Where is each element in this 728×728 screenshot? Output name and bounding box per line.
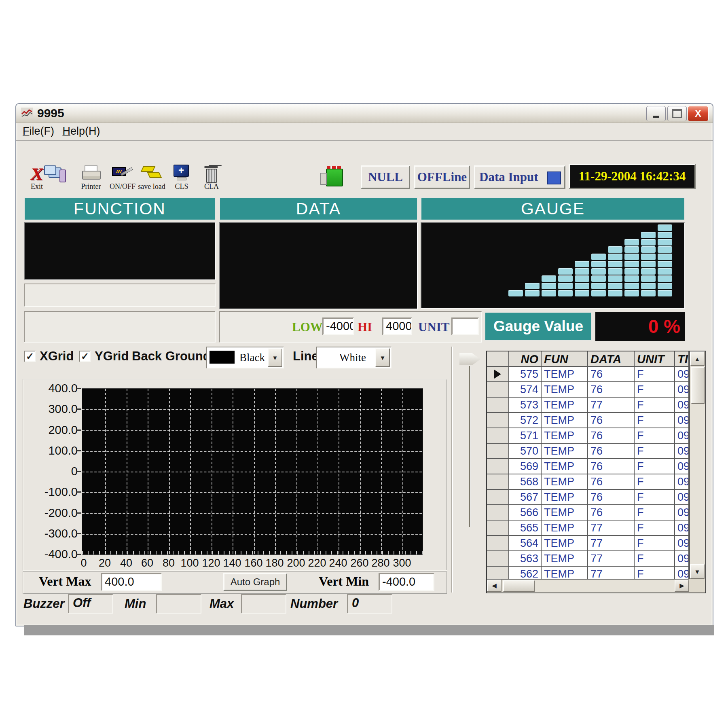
printer-icon [78, 165, 104, 183]
menu-help[interactable]: Help(H) [62, 125, 100, 138]
row-selector[interactable] [487, 398, 509, 413]
table-row[interactable]: 569TEMP76F09 [487, 459, 689, 474]
row-selector[interactable] [487, 444, 509, 459]
xgrid-checkbox[interactable]: ✓ [24, 351, 36, 362]
row-selector[interactable] [487, 567, 509, 579]
grid-line-horizontal [82, 534, 422, 535]
row-selector[interactable] [487, 382, 509, 398]
gauge-bar-segment [608, 254, 622, 260]
table-cell: F [635, 474, 675, 490]
table-cell: 09 [675, 490, 689, 505]
menu-file[interactable]: File(F) [23, 125, 54, 138]
table-cell: F [635, 551, 675, 567]
minimize-button[interactable] [646, 106, 666, 121]
y-axis-tick [76, 450, 81, 451]
title-bar[interactable]: 9995 X [16, 104, 713, 123]
scroll-left-button[interactable]: ◀ [487, 580, 502, 592]
gauge-bar-segment [591, 268, 606, 275]
table-cell: 76 [588, 505, 635, 521]
gauge-bar-segment [624, 246, 639, 253]
table-cell: 77 [588, 551, 635, 567]
scroll-down-button[interactable]: ▼ [690, 564, 705, 579]
table-row[interactable]: 567TEMP76F09 [487, 490, 689, 505]
table-row[interactable]: 565TEMP77F09 [487, 521, 689, 536]
table-row[interactable]: 563TEMP77F09 [487, 551, 689, 567]
horizontal-scrollbar[interactable]: ◀ ▶ [487, 579, 689, 593]
auto-graph-button[interactable]: Auto Graph [223, 573, 287, 591]
table-cell: TEMP [542, 536, 588, 551]
horizontal-scroll-thumb[interactable] [503, 580, 535, 592]
data-input-button[interactable]: Data Input [474, 165, 565, 189]
background-dropdown[interactable]: Black ▼ [206, 347, 284, 368]
row-selector[interactable] [487, 551, 509, 567]
table-row[interactable]: 570TEMP76F09 [487, 444, 689, 459]
scroll-up-button[interactable]: ▲ [690, 351, 705, 366]
table-cell: F [635, 567, 675, 579]
vert-min-field[interactable]: -400.0 [379, 573, 434, 591]
row-selector[interactable] [487, 505, 509, 521]
vert-max-field[interactable]: 400.0 [101, 573, 162, 591]
gauge-bar-segment [608, 290, 622, 296]
table-row[interactable]: 573TEMP77F09 [487, 398, 689, 413]
slider-track[interactable] [469, 366, 470, 527]
function-status-strip [24, 284, 216, 307]
vertical-scrollbar[interactable]: ▲ ▼ [689, 351, 705, 579]
row-selector[interactable] [487, 459, 509, 474]
table-row[interactable]: 566TEMP76F09 [487, 505, 689, 521]
table-cell: 76 [588, 428, 635, 444]
y-axis-tick-label: -100.0 [32, 485, 78, 499]
grid-line-vertical [402, 389, 403, 554]
gauge-bar-segment [658, 239, 672, 245]
chevron-down-icon[interactable]: ▼ [268, 348, 282, 367]
gauge-display [421, 222, 685, 309]
table-cell: TEMP [542, 567, 588, 579]
row-selector[interactable] [487, 367, 509, 382]
hi-value-field[interactable]: 4000 [382, 317, 412, 335]
ygrid-checkbox[interactable]: ✓ [79, 351, 91, 362]
low-value-field[interactable]: -4000 [322, 317, 354, 335]
gauge-bar-segment [658, 268, 672, 275]
table-row[interactable]: 571TEMP76F09 [487, 428, 689, 444]
row-selector[interactable] [487, 428, 509, 444]
close-button[interactable]: X [688, 106, 709, 121]
table-row[interactable]: 575TEMP76F09 [487, 367, 689, 382]
slider-thumb[interactable] [459, 353, 480, 365]
line-dropdown[interactable]: White ▼ [316, 347, 392, 368]
table-cell: F [635, 382, 675, 398]
connect-tool-button[interactable] [40, 165, 70, 196]
grid-line-vertical [233, 389, 233, 554]
table-cell: 571 [509, 428, 542, 444]
onoff-tool-button[interactable]: ON/OFF [108, 165, 138, 196]
row-selector[interactable] [487, 413, 509, 428]
saveload-tool-button[interactable]: save load [137, 165, 167, 196]
gauge-bar-segment [608, 275, 622, 282]
y-axis-tick [76, 471, 81, 472]
row-selector[interactable] [487, 536, 509, 551]
row-selector[interactable] [487, 490, 509, 505]
table-row[interactable]: 562TEMP77F09 [487, 567, 689, 579]
null-button[interactable]: NULL [361, 165, 410, 189]
gauge-bar-segment [658, 224, 672, 231]
offline-button[interactable]: OFFLine [414, 165, 470, 189]
table-row[interactable]: 572TEMP76F09 [487, 413, 689, 428]
maximize-button[interactable] [667, 106, 687, 121]
table-row[interactable]: 568TEMP76F09 [487, 474, 689, 490]
row-selector[interactable] [487, 521, 509, 536]
scroll-right-button[interactable]: ▶ [675, 580, 689, 592]
row-selector[interactable] [487, 474, 509, 490]
table-cell: 564 [509, 536, 542, 551]
printer-tool-button[interactable]: Printer [76, 165, 106, 196]
chevron-down-icon[interactable]: ▼ [375, 348, 390, 367]
unit-value-field[interactable] [451, 317, 479, 335]
cla-tool-button[interactable]: CLA [197, 165, 226, 196]
table-row[interactable]: 564TEMP77F09 [487, 536, 689, 551]
table-cell: F [635, 444, 675, 459]
gauge-bar-segment [508, 290, 523, 296]
data-table: NOFUNDATAUNITTI 575TEMP76F09574TEMP76F09… [486, 351, 706, 593]
table-row[interactable]: 574TEMP76F09 [487, 382, 689, 398]
gauge-value-label: Gauge Value [485, 312, 592, 341]
limits-band: LOW -4000 HI 4000 UNIT [219, 311, 482, 343]
cls-tool-button[interactable]: CLS [167, 165, 197, 196]
gauge-bar-segment [641, 268, 656, 275]
vertical-scroll-thumb[interactable] [691, 367, 705, 404]
